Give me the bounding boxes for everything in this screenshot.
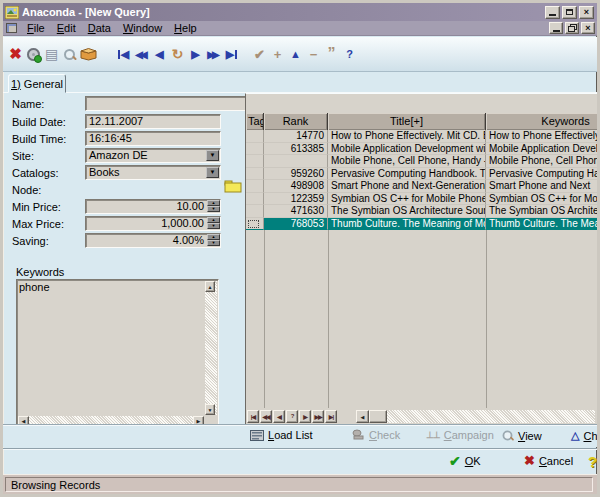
min-price-spin-buttons[interactable]: ▲ ▼ [207, 200, 220, 211]
menu-help[interactable]: Help [168, 21, 203, 35]
nav-last-icon[interactable]: ▶ [224, 44, 239, 64]
min-price-stepper[interactable]: 10.00 [85, 199, 221, 214]
table-row[interactable]: 498908 Smart Phone and Next-Generation M… [246, 180, 597, 193]
post-icon[interactable]: ✔ [252, 44, 267, 64]
mdi-minimize-button[interactable] [549, 22, 563, 34]
column-header-keywords[interactable]: Keywords [486, 113, 597, 130]
table-row[interactable]: 471630 The Symbian OS Architecture Sourc… [246, 205, 597, 218]
campaign-button[interactable]: ⊥⊥ Campaign [426, 429, 494, 441]
nav-next-icon[interactable]: ▶ [188, 44, 203, 64]
table-row[interactable]: 959260 Pervasive Computing Handbook. The… [246, 168, 597, 181]
insert-icon[interactable]: + [270, 44, 285, 64]
column-header-rank[interactable]: Rank [264, 113, 328, 130]
nav-fast-prev-icon[interactable]: ◀◀ [134, 44, 149, 64]
cancel-button[interactable]: ✖ Cancel [524, 453, 573, 468]
edit-record-icon[interactable]: ▲ [288, 44, 303, 64]
status-bar: Browsing Records [3, 474, 597, 494]
build-time-field[interactable]: 16:16:45 [85, 131, 221, 146]
gear-icon [27, 48, 40, 61]
keywords-text: phone [19, 281, 203, 414]
menu-file[interactable]: File [21, 21, 51, 35]
grid-nav-refresh-button[interactable]: ? [286, 410, 298, 423]
catalogs-selected-value: Books [89, 166, 120, 178]
status-text: Browsing Records [5, 477, 593, 492]
menu-data[interactable]: Data [82, 21, 117, 35]
grid-nav-next-button[interactable]: ▶ [299, 410, 311, 423]
grid-header-row: Tag Rank Title[+] Keywords [246, 113, 597, 130]
grid-nav-fast-prev-button[interactable]: ◀◀ [260, 410, 272, 423]
nav-fast-next-icon[interactable]: ▶▶ [206, 44, 221, 64]
spin-down-icon[interactable]: ▼ [207, 206, 220, 212]
tab-general[interactable]: 1) General [8, 74, 66, 93]
nav-first-icon[interactable]: ◀ [116, 44, 131, 64]
main-toolbar: ✖ ▤ ◀ ◀◀ ◀ ↻ ▶ ▶▶ ▶ ✔ + ▲ − ” ? [3, 37, 597, 72]
max-price-spin-buttons[interactable]: ▲ ▼ [207, 217, 220, 228]
name-field[interactable] [85, 96, 250, 111]
ok-button[interactable]: ✔ OK [449, 453, 481, 469]
book-icon[interactable] [80, 44, 97, 64]
grid-nav-last-button[interactable]: ▶| [325, 410, 337, 423]
close-button[interactable]: × [579, 6, 594, 19]
chart-button[interactable]: △ Chart [571, 429, 600, 442]
scroll-left-icon[interactable]: ◀ [356, 410, 369, 423]
maximize-icon [566, 9, 573, 15]
column-header-tag[interactable]: Tag [246, 113, 264, 130]
table-row[interactable]: 613385 Mobile Application Development wi… [246, 143, 597, 156]
scroll-down-icon[interactable]: ▼ [205, 404, 215, 415]
check-button[interactable]: Check [351, 429, 400, 441]
view-button[interactable]: View [501, 429, 542, 442]
build-date-field[interactable]: 12.11.2007 [85, 114, 221, 129]
site-dropdown-button[interactable]: ▼ [206, 150, 219, 161]
nav-prev-icon[interactable]: ◀ [152, 44, 167, 64]
cancel-icon[interactable]: ✖ [8, 44, 23, 64]
keywords-vscrollbar[interactable]: ▲ ▼ [205, 281, 217, 415]
spin-down-icon[interactable]: ▼ [207, 223, 220, 229]
node-browse-button[interactable] [224, 179, 242, 193]
rank-cell: 471630 [264, 205, 328, 218]
refresh-icon[interactable]: ↻ [170, 44, 185, 64]
delete-icon[interactable]: − [306, 44, 321, 64]
help-icon[interactable]: ? [342, 44, 357, 64]
saving-spin-buttons[interactable]: ▲ ▼ [207, 234, 220, 245]
table-row-selected[interactable]: 768053 Thumb Culture. The Meaning of Mob… [246, 218, 597, 231]
campaign-icon: ⊥⊥ [426, 430, 440, 440]
load-list-label: Load List [268, 429, 313, 441]
quote-icon[interactable]: ” [324, 44, 339, 64]
saving-stepper[interactable]: 4.00% [85, 233, 221, 248]
save-icon[interactable]: ▤ [44, 44, 59, 64]
mdi-restore-button[interactable] [565, 22, 579, 34]
catalogs-dropdown-button[interactable]: ▼ [206, 167, 219, 178]
grid-nav-first-button[interactable]: |◀ [247, 410, 259, 423]
dialog-button-row: ✔ OK ✖ Cancel ? [3, 453, 597, 471]
menu-edit[interactable]: Edit [51, 21, 82, 35]
mdi-child-icon[interactable] [6, 23, 17, 33]
scroll-up-icon[interactable]: ▲ [205, 281, 215, 292]
table-row[interactable]: 122359 Symbian OS C++ for Mobile Phones:… [246, 193, 597, 206]
title-cell: Smart Phone and Next-Generation Mo [328, 180, 486, 193]
list-icon [250, 429, 264, 441]
title-cell: Thumb Culture. The Meaning of Mobi [328, 218, 486, 231]
site-select[interactable]: Amazon DE ▼ [85, 148, 221, 163]
grid-nav-prev-button[interactable]: ◀ [273, 410, 285, 423]
grid-nav-fast-next-button[interactable]: ▶▶ [312, 410, 324, 423]
max-price-stepper[interactable]: 1,000.00 [85, 216, 221, 231]
campaign-label: Campaign [444, 429, 494, 441]
spin-down-icon[interactable]: ▼ [207, 240, 220, 246]
table-row[interactable]: 14770 How to Phone Effectively. Mit CD. … [246, 130, 597, 143]
grid-hscrollbar-thumb[interactable] [369, 410, 387, 423]
grid-hscrollbar[interactable]: ◀ [356, 410, 595, 423]
menu-window[interactable]: Window [117, 21, 168, 35]
mdi-close-button[interactable]: × [581, 22, 595, 34]
maximize-button[interactable] [562, 6, 577, 19]
ok-label: OK [465, 455, 481, 467]
minimize-button[interactable] [545, 6, 560, 19]
help-button[interactable]: ? [588, 453, 597, 470]
saving-label: Saving: [12, 235, 49, 247]
keywords-textarea[interactable]: phone ▲ ▼ ◀ ▶ [16, 279, 219, 430]
catalogs-select[interactable]: Books ▼ [85, 165, 221, 180]
search-icon[interactable] [62, 44, 77, 64]
load-list-button[interactable]: Load List [250, 429, 313, 441]
settings-icon[interactable] [26, 44, 41, 64]
column-header-title[interactable]: Title[+] [328, 113, 486, 130]
table-row[interactable]: Mobile Phone, Cell Phone, Handy - ei Mob… [246, 155, 597, 168]
